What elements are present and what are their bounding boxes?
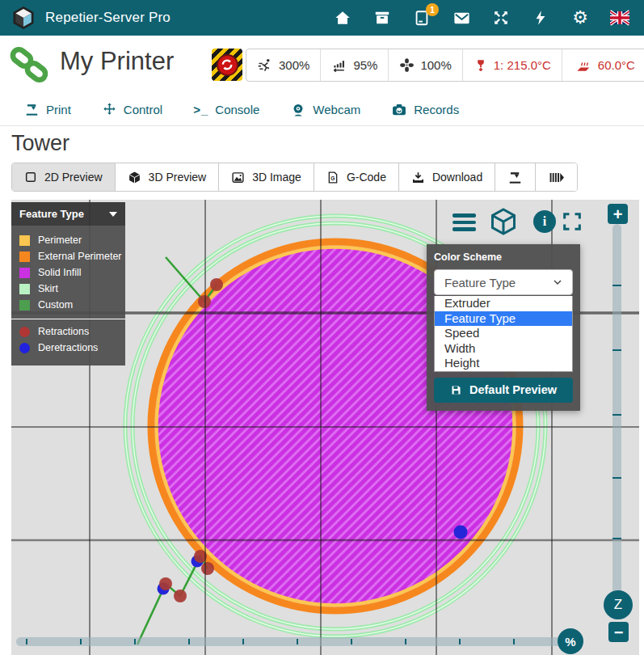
tab-control[interactable]: Control <box>102 102 162 117</box>
mail-icon[interactable] <box>452 8 471 27</box>
emergency-stop-button[interactable] <box>212 49 242 81</box>
fan-value: 100% <box>420 58 451 72</box>
bed-temp-button[interactable]: 60.0°C <box>562 49 644 81</box>
progress-slider-horizontal[interactable] <box>16 637 569 646</box>
top-navbar: Repetier-Server Pro 1 ⚙ <box>0 0 644 36</box>
layer-slider-vertical[interactable] <box>612 224 621 615</box>
cube-3d-icon <box>128 171 141 184</box>
subtab-3d-image[interactable]: 3D Image <box>218 163 314 191</box>
printer-header: My Printer 300% 95% <box>0 37 644 87</box>
speed-button[interactable]: 300% <box>246 49 320 81</box>
legend-item: Skirt <box>11 281 125 297</box>
subtab-3d-image-label: 3D Image <box>252 171 301 184</box>
subtab-layer-play-button[interactable] <box>535 163 577 191</box>
language-flag-icon[interactable] <box>610 8 629 27</box>
slider-tick <box>188 639 190 644</box>
job-title: Tower <box>11 131 69 156</box>
printer-link-icon <box>10 45 48 84</box>
expand-icon[interactable] <box>491 8 511 27</box>
wireframe-cube-icon <box>489 207 518 236</box>
legend-panel: Feature Type Perimeter External Perimete… <box>11 202 125 366</box>
slider-tick <box>612 414 621 416</box>
home-icon[interactable] <box>333 8 352 27</box>
preview-subtabs: 2D Preview 3D Preview 3D Image G G-Code … <box>11 163 578 192</box>
option-height[interactable]: Height <box>435 356 572 371</box>
tab-webcam[interactable]: Webcam <box>290 102 360 118</box>
legend-item: Retractions <box>11 323 125 340</box>
save-icon <box>450 384 462 396</box>
gcode-2d-preview-canvas[interactable]: Feature Type Perimeter External Perimete… <box>11 200 639 655</box>
console-icon: >_ <box>193 103 208 116</box>
slider-tick <box>297 639 298 644</box>
tab-console[interactable]: >_ Console <box>193 103 259 116</box>
option-width[interactable]: Width <box>435 341 572 357</box>
color-scheme-options: Extruder Feature Type Speed Width Height <box>434 296 573 372</box>
printer-nozzle-icon <box>507 170 523 185</box>
bed-temp-value: 60.0°C <box>598 58 635 72</box>
chevron-down-icon <box>551 276 564 289</box>
legend-item: External Perimeter <box>11 248 125 264</box>
fan-button[interactable]: 100% <box>388 49 461 81</box>
zoom-out-button[interactable]: − <box>608 622 629 642</box>
legend-body: Perimeter External Perimeter Solid Infil… <box>11 226 125 366</box>
slider-tick <box>134 639 136 644</box>
slider-tick <box>351 639 352 644</box>
subtab-2d-label: 2D Preview <box>44 171 103 184</box>
perimeter-swatch <box>19 235 30 246</box>
tab-print-label: Print <box>46 103 71 116</box>
default-preview-button[interactable]: Default Preview <box>434 378 573 403</box>
slider-tick <box>459 639 461 644</box>
brand: Repetier-Server Pro <box>11 6 170 30</box>
fullscreen-icon <box>561 210 583 233</box>
subtab-gcode-label: G-Code <box>347 171 386 184</box>
tab-records-label: Records <box>414 103 459 116</box>
legend-item: Custom <box>11 297 125 313</box>
image-icon <box>231 171 245 184</box>
repetier-logo-icon <box>11 6 36 30</box>
subtab-print-job-button[interactable] <box>495 163 535 191</box>
subtab-3d-preview[interactable]: 3D Preview <box>115 163 219 191</box>
extruder-temp-button[interactable]: 1: 215.0°C <box>462 49 562 81</box>
option-extruder[interactable]: Extruder <box>435 296 572 311</box>
z-mode-button[interactable]: Z <box>604 590 633 619</box>
flow-icon <box>331 57 347 74</box>
external-perimeter-swatch <box>19 251 30 262</box>
option-feature-type[interactable]: Feature Type <box>435 311 572 327</box>
slider-tick <box>612 349 621 351</box>
slider-tick <box>612 538 621 539</box>
zoom-in-button[interactable]: + <box>608 204 628 224</box>
printer-tabs: Print Control >_ Console Webcam Records <box>0 94 644 126</box>
svg-text:G: G <box>330 175 335 180</box>
info-button[interactable]: i <box>533 210 556 233</box>
chevron-down-icon <box>109 212 117 217</box>
settings-gear-icon[interactable]: ⚙ <box>570 8 590 27</box>
slider-tick <box>242 639 244 644</box>
fullscreen-button[interactable] <box>561 210 583 236</box>
tab-records[interactable]: Records <box>391 102 459 118</box>
power-icon[interactable] <box>531 8 550 27</box>
custom-swatch <box>19 300 30 311</box>
brand-name: Repetier-Server Pro <box>45 10 170 26</box>
legend-title: Feature Type <box>19 208 84 220</box>
subtab-2d-preview[interactable]: 2D Preview <box>12 163 115 191</box>
option-speed[interactable]: Speed <box>435 326 572 341</box>
messages-icon[interactable]: 1 <box>412 8 431 27</box>
retractions-dot <box>19 327 30 337</box>
flow-button[interactable]: 95% <box>320 49 388 81</box>
subtab-3d-preview-label: 3D Preview <box>149 171 207 184</box>
printer-box-icon[interactable] <box>373 8 392 27</box>
percent-mode-button[interactable]: % <box>558 628 583 654</box>
subtab-download[interactable]: Download <box>398 163 495 191</box>
color-scheme-select[interactable]: Feature Type <box>434 269 573 295</box>
tab-print[interactable]: Print <box>24 102 71 117</box>
subtab-gcode[interactable]: G G-Code <box>314 163 398 191</box>
legend-item: Perimeter <box>11 232 125 248</box>
speed-icon <box>257 57 273 74</box>
preview-menu-button[interactable] <box>452 213 476 231</box>
view-3d-button[interactable] <box>489 207 518 239</box>
legend-header[interactable]: Feature Type <box>11 202 125 226</box>
move-cross-icon <box>102 102 117 117</box>
slider-tick <box>612 285 621 286</box>
slider-tick <box>513 639 515 644</box>
default-preview-label: Default Preview <box>469 383 557 396</box>
